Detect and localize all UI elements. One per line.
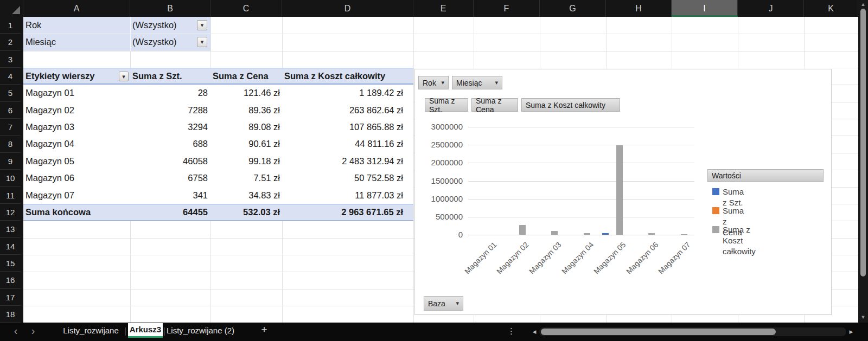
column-header-I[interactable]: I	[672, 0, 738, 17]
scroll-down-icon[interactable]: ▼	[858, 314, 868, 320]
chart-gridline	[468, 217, 694, 217]
next-sheet-icon[interactable]: ›	[27, 325, 39, 337]
chart-value-field-button-2[interactable]: Suma z Cena	[471, 98, 518, 112]
column-header-G[interactable]: G	[540, 0, 606, 17]
column-header-E[interactable]: E	[413, 0, 474, 17]
legend-swatch	[712, 188, 719, 195]
column-header-C[interactable]: C	[210, 0, 282, 17]
sheet-tab-listy-rozwijane-2-[interactable]: Listy_rozwijane (2)	[164, 323, 237, 339]
chart-ytick-label: 2000000	[411, 158, 463, 167]
chart-ytick-label: 1000000	[411, 194, 463, 203]
field-button-label: Baza	[428, 299, 445, 308]
miesiac-filter-dropdown-button[interactable]: ▾	[197, 37, 207, 47]
row-header-6[interactable]: 6	[0, 102, 21, 119]
row-header-14[interactable]: 14	[0, 238, 21, 255]
chart-field-button-rok[interactable]: Rok▾	[418, 76, 449, 89]
chart-bar-suma-z-koszt-ca-kowity[interactable]	[519, 225, 526, 235]
row-header-2[interactable]: 2	[0, 34, 21, 50]
pivot-cell[interactable]: 34.83 zł	[171, 187, 280, 204]
row-header-18[interactable]: 18	[0, 306, 21, 323]
filter-field-value: (Wszystko)	[132, 17, 195, 34]
pivot-cell[interactable]: 121.46 zł	[171, 85, 280, 101]
rok-filter-dropdown-button[interactable]: ▾	[197, 20, 207, 30]
chart-value-field-button-1[interactable]: Suma z Szt.	[425, 98, 468, 112]
pivot-cell[interactable]: 44 811.16 zł	[295, 136, 403, 152]
chart-ytick-label: 2500000	[411, 140, 463, 149]
sheet-tab-listy-rozwijane[interactable]: Listy_rozwijane	[60, 323, 122, 339]
pivot-cell[interactable]: 7.51 zł	[171, 170, 280, 186]
prev-sheet-icon[interactable]: ‹	[10, 325, 22, 337]
chart-bar-suma-z-koszt-ca-kowity[interactable]	[616, 145, 623, 235]
pivot-cell[interactable]: 50 752.58 zł	[295, 170, 403, 186]
chart-gridline	[468, 127, 694, 127]
legend-item-label[interactable]: Suma z Szt.	[723, 186, 744, 197]
field-button-label: Suma z Szt.	[429, 96, 464, 114]
chart-gridline	[468, 199, 694, 200]
legend-item-label[interactable]: Suma z Cena	[723, 205, 744, 216]
pivot-cell[interactable]: 11 877.03 zł	[295, 187, 403, 204]
legend-item-label[interactable]: Suma z Koszt całkowity	[723, 224, 756, 235]
row-header-15[interactable]: 15	[0, 255, 21, 272]
pivot-cell[interactable]: 99.18 zł	[171, 153, 280, 170]
column-header-J[interactable]: J	[738, 0, 804, 17]
chart-field-button-baza[interactable]: Baza▾	[424, 296, 463, 311]
row-header-3[interactable]: 3	[0, 51, 21, 68]
pivot-header-cell[interactable]: Etykiety wierszy	[25, 68, 150, 85]
chart-value-field-button-3[interactable]: Suma z Koszt całkowity	[521, 98, 620, 112]
dropdown-arrow-icon: ▾	[441, 79, 444, 86]
row-header-9[interactable]: 9	[0, 153, 21, 170]
row-header-5[interactable]: 5	[0, 85, 21, 101]
pivot-cell[interactable]: 90.61 zł	[171, 136, 280, 152]
filter-field-value: (Wszystko)	[132, 34, 195, 50]
add-sheet-button[interactable]: +	[257, 324, 271, 336]
gridline-horizontal	[23, 51, 858, 52]
chart-bar-suma-z-koszt-ca-kowity[interactable]	[648, 233, 655, 235]
scroll-up-icon[interactable]: ▲	[858, 2, 868, 7]
column-header-F[interactable]: F	[474, 0, 540, 17]
column-header-H[interactable]: H	[606, 0, 672, 17]
column-header-A[interactable]: A	[23, 0, 130, 17]
row-header-17[interactable]: 17	[0, 289, 21, 306]
pivot-cell[interactable]: 89.08 zł	[171, 119, 280, 136]
row-header-1[interactable]: 1	[0, 17, 21, 34]
horizontal-scrollbar-thumb[interactable]	[541, 329, 776, 335]
column-header-D[interactable]: D	[282, 0, 413, 17]
vertical-scrollbar-thumb[interactable]	[860, 9, 866, 276]
chart-legend-field-button[interactable]: Wartości	[707, 169, 824, 182]
field-button-label: Suma z Koszt całkowity	[526, 101, 605, 110]
chart-bar-suma-z-koszt-ca-kowity[interactable]	[551, 231, 558, 235]
pivot-total-cell[interactable]: 532.03 zł	[171, 204, 280, 221]
row-labels-filter-dropdown-button[interactable]: ▾	[119, 72, 129, 81]
chart-gridline	[468, 181, 694, 182]
row-header-4[interactable]: 4	[0, 68, 21, 85]
column-header-B[interactable]: B	[130, 0, 210, 17]
pivot-total-cell[interactable]: 2 963 671.65 zł	[295, 204, 403, 221]
pivot-cell[interactable]: 107 865.88 zł	[295, 119, 403, 136]
pivot-cell[interactable]: 89.36 zł	[171, 102, 280, 119]
scroll-left-icon[interactable]: ◀	[531, 329, 538, 334]
chart-ytick-label: 0	[411, 230, 463, 239]
chart-bar-suma-z-koszt-ca-kowity[interactable]	[584, 233, 590, 235]
row-header-12[interactable]: 12	[0, 204, 21, 221]
chart-bar-suma-z-szt-[interactable]	[602, 233, 609, 235]
column-header-K[interactable]: K	[804, 0, 858, 17]
pivot-cell[interactable]: 1 189.42 zł	[295, 85, 403, 101]
chart-bar-suma-z-koszt-ca-kowity[interactable]	[681, 234, 687, 235]
pivot-header-cell[interactable]: Suma z Koszt całkowity	[284, 68, 409, 85]
chart-field-button-miesiac[interactable]: Miesiąc▾	[452, 76, 502, 89]
pivot-cell[interactable]: 263 862.64 zł	[295, 102, 403, 119]
scrollbar-drag-handle-icon[interactable]: ⋮	[507, 326, 515, 336]
row-header-13[interactable]: 13	[0, 221, 21, 237]
row-header-16[interactable]: 16	[0, 272, 21, 288]
excel-window: Rok(Wszystko)▾Miesiąc(Wszystko)▾Etykiety…	[0, 0, 868, 341]
row-header-10[interactable]: 10	[0, 170, 21, 186]
select-all-button[interactable]	[0, 0, 23, 17]
scroll-right-icon[interactable]: ▶	[847, 329, 855, 334]
dropdown-arrow-icon: ▾	[456, 300, 459, 307]
pivot-cell[interactable]: 2 483 312.94 zł	[295, 153, 403, 170]
sheet-tab-arkusz3[interactable]: Arkusz3	[128, 323, 163, 338]
filter-field-label: Rok	[25, 17, 123, 34]
row-header-7[interactable]: 7	[0, 119, 21, 136]
row-header-11[interactable]: 11	[0, 187, 21, 204]
row-header-8[interactable]: 8	[0, 136, 21, 152]
